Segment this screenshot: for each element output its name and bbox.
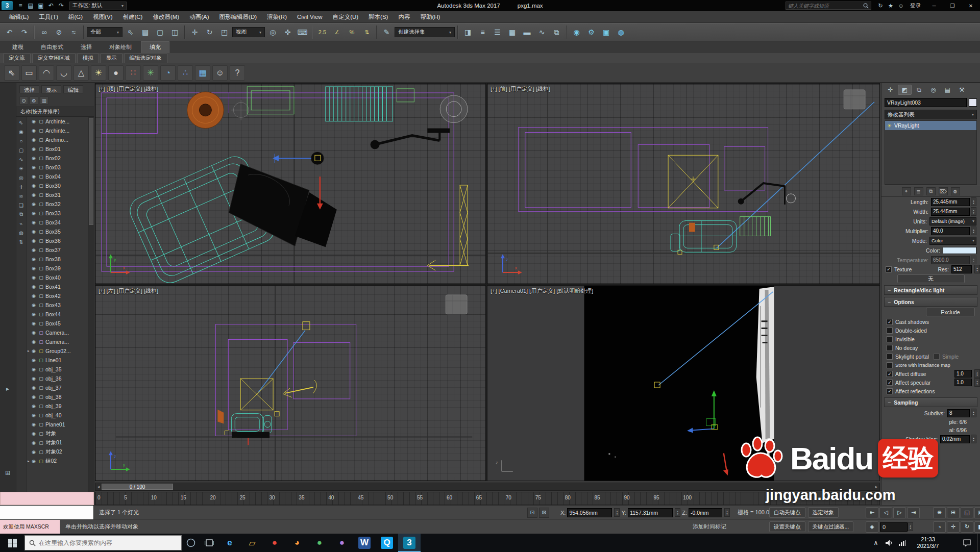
plant-icon[interactable]: ✳ [143, 65, 158, 81]
auto-key-button[interactable]: 自动关键点 [769, 507, 805, 518]
affect-reflections-checkbox[interactable]: ✓ [887, 388, 893, 394]
menu-item[interactable]: Civil View [292, 12, 328, 21]
network-icon[interactable] [896, 534, 909, 552]
pick-object-icon[interactable]: ⇖ [17, 118, 26, 127]
time-slider[interactable]: ◂ 0 / 100 ▸ [95, 483, 880, 491]
maxscript-mini-listener[interactable] [0, 492, 94, 505]
scene-object-row[interactable]: ◉▢Box32 [27, 199, 88, 209]
scene-object-row[interactable]: ◉▢Plane01 [27, 420, 88, 429]
taskbar-firefox-icon[interactable]: ◕ [286, 534, 308, 552]
task-view-button[interactable] [200, 534, 218, 552]
ribbon-toggle-icon[interactable]: ▬ [520, 26, 534, 39]
layer-explorer-toggle-icon[interactable]: ▦ [505, 26, 519, 39]
menu-item[interactable]: 帮助(H) [415, 12, 445, 22]
object-name-field[interactable]: VRayLight003 [885, 98, 967, 107]
texture-none-button[interactable]: 无 [897, 274, 965, 283]
app-menu-icon[interactable]: ≡ [15, 1, 26, 10]
taskbar-edge-icon[interactable]: e [218, 534, 241, 552]
crowd-red-icon[interactable]: ∷ [126, 65, 141, 81]
spinner-snap-icon[interactable]: ⇅ [360, 26, 374, 39]
explorer-settings-icon[interactable]: ⚙ [30, 96, 38, 105]
scene-object-row[interactable]: ◉▢Box41 [27, 282, 88, 291]
zoom-all-icon[interactable]: ⊞ [947, 507, 960, 518]
visibility-eye-icon[interactable]: ◉ [32, 238, 38, 243]
length-field[interactable]: 25.445mm [931, 198, 970, 206]
sync-icon[interactable]: ↻ [875, 1, 886, 10]
visibility-eye-icon[interactable]: ◉ [32, 348, 38, 354]
visibility-eye-icon[interactable]: ◉ [32, 385, 38, 390]
x-spinner[interactable]: ▴▾ [614, 508, 620, 517]
subdivs-field[interactable]: 8 [947, 409, 970, 417]
object-color-swatch[interactable] [969, 98, 977, 107]
menu-item[interactable]: 脚本(S) [363, 12, 393, 22]
taskbar-word-icon[interactable]: W [353, 534, 376, 552]
frame-spinner[interactable]: ▴▾ [908, 522, 913, 531]
x-coordinate-field[interactable]: 954.056mm [567, 508, 612, 517]
scene-object-row[interactable]: ◉▢Box39 [27, 264, 88, 273]
scene-object-row[interactable]: ▸◉▢组02 [27, 457, 88, 466]
visibility-eye-icon[interactable]: ◉ [32, 394, 38, 399]
minimize-button[interactable]: ─ [925, 0, 943, 11]
unlink-selection-icon[interactable]: ⊘ [52, 26, 66, 39]
expand-explorer-icon[interactable]: ▸ [3, 384, 13, 393]
scene-object-row[interactable]: ◉▢Box30 [27, 181, 88, 190]
visibility-eye-icon[interactable]: ◉ [32, 449, 38, 455]
open-file-icon[interactable]: ▤ [26, 1, 36, 10]
visibility-eye-icon[interactable]: ◉ [32, 183, 38, 188]
keyboard-override-icon[interactable]: ⌨ [296, 26, 309, 39]
time-slider-handle[interactable]: 0 / 100 [102, 484, 173, 490]
maxscript-listener-white[interactable] [0, 506, 94, 519]
length-spinner[interactable]: ▴▾ [971, 197, 976, 206]
scene-object-row[interactable]: ◉▢Box36 [27, 236, 88, 245]
affect-specular-field[interactable]: 1.0 [954, 379, 972, 386]
scene-object-row[interactable]: ◉▢Box01 [27, 144, 88, 154]
undo-scene-icon[interactable]: ↶ [3, 26, 16, 39]
window-crossing-icon[interactable]: ◫ [168, 26, 182, 39]
skylight-portal-checkbox[interactable] [887, 354, 893, 360]
scene-explorer-toggle-icon[interactable]: ☰ [491, 26, 504, 39]
select-and-rotate-icon[interactable]: ↻ [203, 26, 216, 39]
no-decay-checkbox[interactable] [887, 345, 893, 351]
ribbon-tab[interactable]: 填充 [141, 41, 169, 53]
display-cameras-icon[interactable]: ◎ [17, 173, 26, 182]
modifier-stack-item[interactable]: ☀VRayLight [885, 121, 976, 130]
ribbon-panel-button[interactable]: 编辑选定对象 [124, 54, 167, 63]
make-unique-icon[interactable]: ⧉ [926, 187, 936, 195]
undo-icon[interactable]: ↶ [46, 1, 56, 10]
redo-icon[interactable]: ↷ [56, 1, 66, 10]
taskbar-clock[interactable]: 21:33 2021/3/7 [909, 536, 947, 549]
menu-item[interactable]: 动画(A) [184, 12, 214, 22]
display-shapes-icon[interactable]: ∿ [17, 155, 26, 164]
scene-object-row[interactable]: ◉▢Archinte... [27, 126, 88, 135]
affect-diffuse-spinner[interactable]: ▴▾ [974, 369, 980, 378]
visibility-eye-icon[interactable]: ◉ [32, 220, 38, 225]
visibility-eye-icon[interactable]: ◉ [32, 330, 38, 335]
explorer-find-icon[interactable]: ⊙ [19, 96, 28, 105]
start-button[interactable] [0, 534, 24, 552]
store-irradiance-checkbox[interactable] [887, 362, 893, 368]
ribbon-tab[interactable]: 选择 [72, 42, 100, 53]
workspace-dropdown[interactable]: 工作区: 默认▾ [69, 2, 127, 10]
display-materials-icon[interactable]: ◍ [17, 228, 26, 237]
scene-object-row[interactable]: ◉▢Box43 [27, 300, 88, 310]
ribbon-panel-button[interactable]: 定义空闲区域 [32, 54, 76, 63]
display-all-icon[interactable]: ◉ [17, 127, 26, 136]
menu-item[interactable]: 创建(C) [117, 12, 148, 22]
previous-frame-icon[interactable]: ◁ [879, 507, 892, 518]
viewport-left[interactable]: [+] [左] [用户定义] [线框] [95, 285, 486, 481]
go-to-start-icon[interactable]: ⇤ [866, 507, 878, 518]
visibility-eye-icon[interactable]: ◉ [32, 459, 38, 464]
time-slider-right-arrow[interactable]: ▸ [873, 484, 879, 489]
multiplier-spinner[interactable]: ▴▾ [971, 227, 976, 235]
visibility-eye-icon[interactable]: ◉ [32, 257, 38, 262]
rectangular-selection-icon[interactable]: ▢ [153, 26, 167, 39]
user-icon[interactable]: ☺ [896, 1, 906, 10]
taskbar-media-app-icon[interactable]: ● [331, 534, 353, 552]
display-geometry-icon[interactable]: ▢ [17, 145, 26, 155]
tray-chevron-icon[interactable]: ∧ [869, 534, 883, 552]
select-and-link-icon[interactable]: ∞ [37, 26, 51, 39]
select-and-manipulate-icon[interactable]: ✜ [281, 26, 295, 39]
scene-object-row[interactable]: ◉▢obj_39 [27, 402, 88, 411]
affect-diffuse-field[interactable]: 1.0 [954, 370, 972, 378]
scene-object-row[interactable]: ◉▢obj_35 [27, 365, 88, 374]
